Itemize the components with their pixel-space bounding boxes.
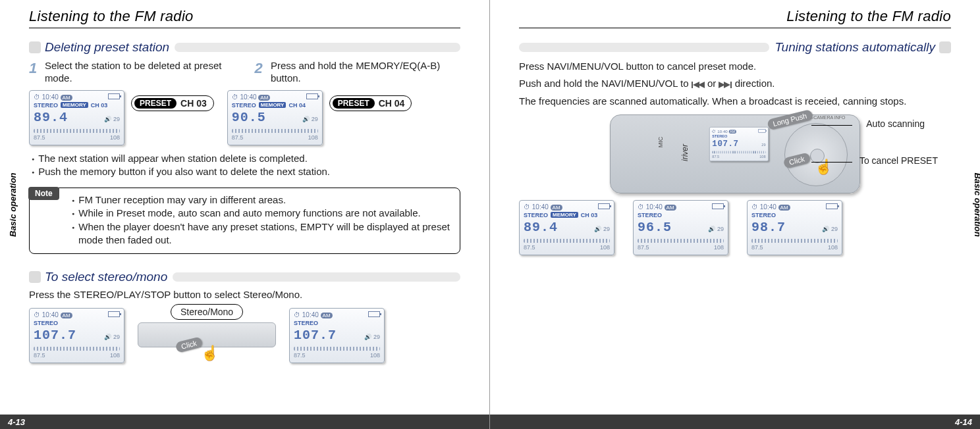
subheading-deleting: Deleting preset station [29,40,460,55]
title-rule [29,28,460,28]
page-title-row: Listening to the FM radio [519,7,951,26]
subhead-cap-icon [29,41,41,53]
page-title: Listening to the FM radio [786,8,951,25]
battery-icon [758,129,765,133]
battery-icon [368,311,380,317]
stereo-row: ⏱ 10:40 AM STEREO 107.7🔊 29 87.5108 Ster… [29,308,460,363]
note-label: Note [28,187,59,200]
page-footer-left: 4-13 [0,415,489,429]
preset-badge-ch03: PRESETCH 03 [131,95,214,111]
svg-rect-0 [692,82,693,88]
page-number: 4-13 [8,417,25,427]
lcd-result-3: ⏱ 10:40 AM STEREO 98.7🔊 29 87.5108 [747,200,842,255]
page-footer-right: 4-14 [490,415,980,429]
page-title: Listening to the FM radio [29,8,194,25]
device-illustration: MIC iriver ⏱ 10:40 AM STEREO 107.729 87.… [610,114,860,193]
lcd-ch03: ⏱ 10:40 AM STEREOMEMORYCH 03 89.4🔊 29 87… [29,90,124,145]
step-1-number: 1 [29,60,45,85]
bullet-2: Push the memory button if you also want … [32,165,460,178]
side-label-right: Basic operation [973,172,980,237]
stereo-desc: Press the STEREO/PLAY/STOP button to sel… [29,288,460,301]
device-area: MIC iriver ⏱ 10:40 AM STEREO 107.729 87.… [519,114,951,193]
preset-badge-ch04: PRESETCH 04 [329,95,412,111]
auto-scanning-label: Auto scanning [866,118,925,129]
battery-icon [306,93,318,99]
note-item-2: While in Preset mode, auto scan and auto… [72,207,452,220]
step-2-number: 2 [255,60,271,85]
note-item-3: When the player doesn't have any preset … [72,220,452,247]
lcd-result-row: ⏱ 10:40 AM STEREOMEMORYCH 03 89.4🔊 29 87… [519,200,951,255]
subheading-tuning: Tuning stations automatically [519,40,951,55]
battery-icon [108,311,120,317]
svg-marker-4 [724,82,730,88]
subheading-text: To select stereo/mono [45,270,167,284]
step-2: 2 Press and hold the MEMORY/EQ(A-B) butt… [255,60,461,85]
title-rule [519,28,951,28]
hand-pointer-icon [201,346,215,363]
right-page: Basic operation Listening to the FM radi… [490,0,980,429]
bullet-1: The next station will appear when statio… [32,152,460,165]
svg-rect-5 [730,82,732,88]
subheading-stereo: To select stereo/mono [29,270,460,284]
note-item-1: FM Tuner reception may vary in different… [72,193,452,207]
battery-icon [598,203,610,209]
steps-row: 1 Select the station to be deleted at pr… [29,60,460,85]
delete-bullets: The next station will appear when statio… [29,152,460,179]
screen-badge-2: ⏱ 10:40 AM STEREOMEMORYCH 04 90.5🔊 29 87… [227,90,412,145]
battery-icon [108,93,120,99]
subhead-cap-icon [939,41,951,53]
subhead-line [519,43,769,52]
step-1: 1 Select the station to be deleted at pr… [29,60,235,85]
tuning-line-2: Push and hold the NAVI/MENU/VOL to or di… [519,77,951,90]
step-1-text: Select the station to be deleted at pres… [45,60,235,85]
lcd-ch04: ⏱ 10:40 AM STEREOMEMORYCH 04 90.5🔊 29 87… [227,90,323,145]
next-track-icon [719,82,732,88]
left-page: Basic operation Listening to the FM radi… [0,0,490,429]
screen-badge-1: ⏱ 10:40 AM STEREOMEMORYCH 03 89.4🔊 29 87… [29,90,214,145]
subhead-cap-icon [29,271,41,283]
subhead-line [175,43,460,52]
stereo-mid-control: Stereo/Mono Click [138,308,276,347]
battery-icon [826,203,838,209]
lcd-on-device: ⏱ 10:40 AM STEREO 107.729 87.5108 [709,127,769,161]
page-title-row: Listening to the FM radio [29,7,460,26]
note-box: Note FM Tuner reception may vary in diff… [29,188,460,254]
mic-label: MIC [657,137,664,148]
step-2-text: Press and hold the MEMORY/EQ(A-B) button… [271,60,460,85]
tuning-line-1: Press NAVI/MENU/VOL button to cancel pre… [519,60,951,73]
screens-row-1: ⏱ 10:40 AM STEREOMEMORYCH 03 89.4🔊 29 87… [29,90,460,145]
lcd-stereo-before: ⏱ 10:40 AM STEREO 107.7🔊 29 87.5108 [29,308,124,363]
stereo-mono-label: Stereo/Mono [171,304,243,320]
cancel-preset-label: To cancel PRESET [859,155,938,166]
subheading-text: Deleting preset station [45,40,169,55]
lcd-result-1: ⏱ 10:40 AM STEREOMEMORYCH 03 89.4🔊 29 87… [519,200,614,255]
lcd-result-2: ⏱ 10:40 AM STEREO 96.5🔊 29 87.5108 [633,200,728,255]
subhead-line [173,272,460,282]
page-number: 4-14 [955,417,972,427]
brand-label: iriver [680,144,690,161]
lcd-stereo-after: ⏱ 10:40 AM STEREO 107.7🔊 29 87.5108 [289,308,385,363]
control-bar [138,322,276,347]
tuning-line-3: The frequencies are scanned automaticall… [519,95,951,108]
subheading-text: Tuning stations automatically [775,40,935,55]
side-label-left: Basic operation [8,172,18,237]
prev-track-icon [692,82,705,88]
battery-icon [712,203,724,209]
